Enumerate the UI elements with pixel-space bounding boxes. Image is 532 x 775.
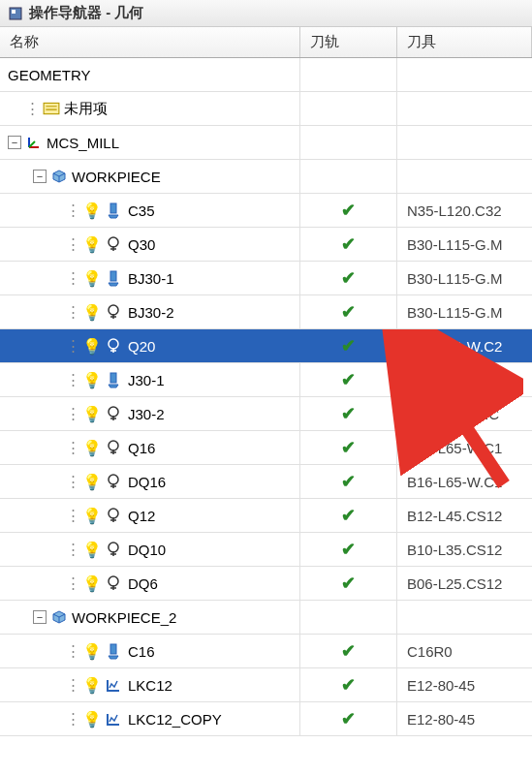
tree-branch-dots: ⋮ <box>66 676 79 694</box>
tool-value: B30-L115-G.M <box>397 228 532 261</box>
tree-row-op[interactable]: ⋮💡C35✔N35-L120.C32 <box>0 194 532 228</box>
tool-value: B30-L80.HMC <box>397 397 532 430</box>
tree-branch-dots: ⋮ <box>66 710 79 728</box>
operation-icon <box>105 303 122 321</box>
checkmark-icon: ✔ <box>341 200 356 221</box>
checkmark-icon: ✔ <box>341 640 356 662</box>
svg-rect-15 <box>110 644 116 654</box>
tree-row-op[interactable]: ⋮💡C16✔C16R0 <box>0 635 532 668</box>
csys-icon <box>25 134 43 151</box>
tool-value: B16-L65-W.C1 <box>397 465 532 498</box>
operation-label: Q20 <box>128 338 155 355</box>
lightbulb-icon: 💡 <box>83 473 101 490</box>
checkmark-icon: ✔ <box>341 335 356 356</box>
tree-branch-dots: ⋮ <box>66 574 79 592</box>
operation-label: J30-1 <box>128 372 165 388</box>
tree-row-op[interactable]: ⋮💡Q20✔B20-L60-W.C2 <box>0 329 532 363</box>
svg-point-12 <box>109 509 118 518</box>
tree-row-op[interactable]: ⋮💡DQ10✔B10-L35.CS12 <box>0 533 532 567</box>
tree-branch-dots: ⋮ <box>66 405 79 422</box>
workpiece2-label: WORKPIECE_2 <box>72 609 176 626</box>
svg-point-4 <box>109 237 118 247</box>
operation-label: BJ30-1 <box>128 270 174 287</box>
lightbulb-icon: 💡 <box>83 371 101 388</box>
tree-row-op[interactable]: ⋮💡DQ16✔B16-L65-W.C1 <box>0 465 532 499</box>
lightbulb-icon: 💡 <box>83 202 101 219</box>
workpiece-icon <box>50 608 68 626</box>
checkmark-icon: ✔ <box>341 573 356 594</box>
lightbulb-icon: 💡 <box>83 574 101 592</box>
svg-point-7 <box>109 339 118 349</box>
svg-rect-8 <box>110 373 116 383</box>
tool-value: B30-L115-G.M <box>397 295 532 328</box>
operation-icon <box>105 710 122 728</box>
tree-row-op[interactable]: ⋮💡Q30✔B30-L115-G.M <box>0 228 532 262</box>
lightbulb-icon: 💡 <box>83 235 101 253</box>
header-tool[interactable]: 刀具 <box>397 27 532 57</box>
tree-branch-dots: ⋮ <box>66 642 79 660</box>
operation-icon <box>105 642 122 660</box>
operation-icon <box>105 337 122 355</box>
operation-icon <box>105 473 122 490</box>
checkmark-icon: ✔ <box>341 267 356 289</box>
tree-row-unused[interactable]: ⋮ 未用项 <box>0 92 532 126</box>
tree-row-op[interactable]: ⋮💡LKC12_COPY✔E12-80-45 <box>0 702 532 736</box>
tree-row-op[interactable]: ⋮💡Q16✔B16-L65-W.C1 <box>0 431 532 465</box>
lightbulb-icon: 💡 <box>83 303 101 321</box>
tree-row-mcs[interactable]: − MCS_MILL <box>0 126 532 160</box>
operation-icon <box>105 371 122 388</box>
mcs-toggle[interactable]: − <box>8 136 21 149</box>
tool-value: B10-L35.CS12 <box>397 533 532 566</box>
tree-row-op[interactable]: ⋮💡Q12✔B12-L45.CS12 <box>0 499 532 533</box>
tree-row-op[interactable]: ⋮💡DQ6✔B06-L25.CS12 <box>0 567 532 601</box>
tree-row-op[interactable]: ⋮💡BJ30-1✔B30-L115-G.M <box>0 262 532 295</box>
checkmark-icon: ✔ <box>341 708 356 729</box>
tree-row-op[interactable]: ⋮💡LKC12✔E12-80-45 <box>0 668 532 702</box>
operation-icon <box>105 439 122 456</box>
column-headers: 名称 刀轨 刀具 <box>0 27 532 58</box>
svg-point-9 <box>109 407 118 417</box>
unused-label: 未用项 <box>64 100 108 118</box>
tree-row-op[interactable]: ⋮💡J30-1✔B30-L80.HMC <box>0 363 532 397</box>
lightbulb-icon: 💡 <box>83 507 101 524</box>
workpiece1-toggle[interactable]: − <box>33 170 47 183</box>
checkmark-icon: ✔ <box>341 403 356 424</box>
tool-value: E12-80-45 <box>397 668 532 701</box>
navigator-icon <box>8 6 23 21</box>
tool-value: B30-L80.HMC <box>397 363 532 396</box>
tool-value: C16R0 <box>397 635 532 667</box>
svg-rect-1 <box>12 10 16 14</box>
operation-icon <box>105 405 122 422</box>
tree-branch-dots: ⋮ <box>66 541 79 558</box>
tree-branch-dots: ⋮ <box>66 269 79 287</box>
tree-row-geometry[interactable]: GEOMETRY <box>0 58 532 92</box>
mcs-label: MCS_MILL <box>47 135 119 151</box>
checkmark-icon: ✔ <box>341 539 356 560</box>
tree-row-op[interactable]: ⋮💡J30-2✔B30-L80.HMC <box>0 397 532 431</box>
unused-icon <box>43 100 60 117</box>
tree-row-op[interactable]: ⋮💡BJ30-2✔B30-L115-G.M <box>0 295 532 329</box>
operation-label: C35 <box>128 202 155 219</box>
tree-row-workpiece2[interactable]: − WORKPIECE_2 <box>0 601 532 635</box>
tree-branch-dots: ⋮ <box>66 202 79 219</box>
header-path[interactable]: 刀轨 <box>300 27 397 57</box>
svg-point-6 <box>109 305 118 315</box>
operation-icon <box>105 269 122 287</box>
lightbulb-icon: 💡 <box>83 439 101 456</box>
svg-point-11 <box>109 475 118 484</box>
tree-branch-dots: ⋮ <box>66 371 79 388</box>
operation-icon <box>105 574 122 592</box>
operation-label: Q30 <box>128 236 155 253</box>
tree-branch-dots: ⋮ <box>66 439 79 456</box>
checkmark-icon: ✔ <box>341 471 356 492</box>
svg-rect-3 <box>110 203 116 213</box>
checkmark-icon: ✔ <box>341 301 356 323</box>
window-title-text: 操作导航器 - 几何 <box>29 4 143 22</box>
tool-value: B12-L45.CS12 <box>397 499 532 532</box>
workpiece2-toggle[interactable]: − <box>33 610 47 624</box>
header-name[interactable]: 名称 <box>0 27 300 57</box>
tree-branch-dots: ⋮ <box>66 507 79 524</box>
tree-row-workpiece1[interactable]: − WORKPIECE <box>0 160 532 194</box>
operation-label: Q16 <box>128 440 155 456</box>
operation-label: DQ16 <box>128 474 166 490</box>
